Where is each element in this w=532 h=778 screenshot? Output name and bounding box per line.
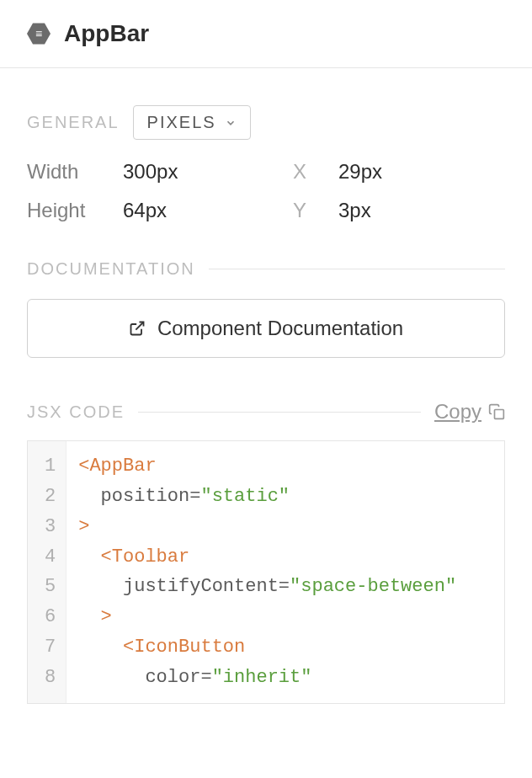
x-label: X — [293, 160, 335, 184]
svg-rect-1 — [495, 410, 504, 419]
documentation-label: DOCUMENTATION — [27, 259, 195, 279]
component-documentation-button[interactable]: Component Documentation — [27, 299, 505, 358]
line-number: 6 — [45, 602, 56, 632]
line-number: 2 — [45, 482, 56, 512]
documentation-section-header: DOCUMENTATION — [27, 259, 505, 279]
general-section: GENERAL PIXELS Width 300px X 29px Height… — [0, 105, 532, 222]
svg-line-0 — [136, 322, 143, 330]
y-value[interactable]: 3px — [338, 199, 505, 222]
y-label: Y — [293, 199, 335, 222]
documentation-section: DOCUMENTATION Component Documentation — [0, 259, 532, 358]
header-bar: ≡ AppBar — [0, 0, 532, 68]
line-number: 1 — [45, 451, 56, 482]
code-line: color="inherit" — [78, 663, 492, 693]
general-label: GENERAL — [27, 113, 120, 132]
code-line: > — [78, 602, 492, 632]
jsx-label: JSX CODE — [27, 402, 125, 422]
x-value[interactable]: 29px — [338, 160, 505, 184]
line-number: 7 — [45, 632, 56, 663]
height-value[interactable]: 64px — [123, 199, 290, 222]
line-number: 3 — [45, 512, 56, 542]
code-line: <IconButton — [78, 632, 492, 663]
width-label: Width — [27, 160, 120, 184]
section-divider — [138, 412, 421, 413]
code-block[interactable]: 12345678 <AppBar position="static"> <Too… — [27, 440, 505, 704]
width-value[interactable]: 300px — [123, 160, 290, 184]
code-line: justifyContent="space-between" — [78, 572, 492, 602]
unit-select-value: PIXELS — [147, 113, 216, 132]
code-line: <AppBar — [78, 451, 492, 482]
section-divider — [209, 269, 505, 269]
jsx-section: JSX CODE Copy 12345678 <AppBar position=… — [0, 400, 532, 704]
copy-label: Copy — [434, 400, 481, 424]
documentation-button-label: Component Documentation — [157, 317, 403, 340]
external-link-icon — [129, 320, 146, 337]
jsx-section-header: JSX CODE Copy — [27, 400, 505, 424]
page-title: AppBar — [64, 20, 149, 47]
general-section-header: GENERAL PIXELS — [27, 105, 505, 140]
line-number: 4 — [45, 542, 56, 573]
code-content: <AppBar position="static"> <Toolbar just… — [66, 441, 504, 703]
line-number: 5 — [45, 572, 56, 602]
code-line: position="static" — [78, 482, 492, 512]
chevron-down-icon — [225, 117, 237, 129]
unit-select[interactable]: PIXELS — [133, 105, 251, 140]
height-label: Height — [27, 199, 120, 222]
copy-icon — [488, 403, 505, 420]
copy-button[interactable]: Copy — [434, 400, 505, 424]
properties-grid: Width 300px X 29px Height 64px Y 3px — [27, 160, 505, 222]
component-icon: ≡ — [27, 22, 51, 45]
line-number: 8 — [45, 663, 56, 693]
code-line: > — [78, 512, 492, 542]
code-line: <Toolbar — [78, 542, 492, 573]
code-gutter: 12345678 — [28, 441, 66, 703]
